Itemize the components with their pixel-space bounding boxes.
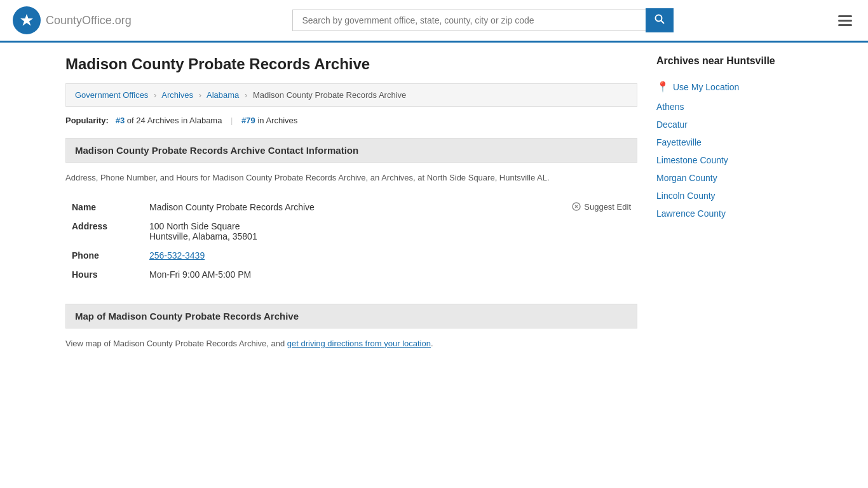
logo-text: CountyOffice.org: [46, 14, 132, 27]
address-line2: Huntsville, Alabama, 35801: [149, 231, 631, 241]
sidebar-link-lincoln-county[interactable]: Lincoln County: [656, 191, 803, 201]
logo-icon: [13, 6, 41, 34]
phone-label: Phone: [67, 247, 143, 264]
sidebar-link-fayetteville[interactable]: Fayetteville: [656, 137, 803, 147]
rank-archives-number: #3: [116, 116, 125, 125]
rank-all-number: #79: [241, 116, 255, 125]
pop-sep: |: [231, 116, 233, 125]
map-description: View map of Madison County Probate Recor…: [65, 337, 637, 350]
sidebar-link-morgan-county[interactable]: Morgan County: [656, 173, 803, 183]
contact-info-table: Name Madison County Probate Records Arch…: [65, 197, 637, 285]
table-row-address: Address 100 North Side Square Huntsville…: [67, 217, 636, 245]
breadcrumb-gov-offices[interactable]: Government Offices: [75, 90, 148, 100]
sidebar-location: 📍 Use My Location: [656, 81, 803, 93]
hours-value: Mon-Fri 9:00 AM-5:00 PM: [144, 266, 636, 283]
map-section-header: Map of Madison County Probate Records Ar…: [65, 304, 637, 329]
rank-all-suffix: in Archives: [257, 116, 297, 125]
popularity-label: Popularity:: [65, 116, 109, 125]
sidebar-links: Athens Decatur Fayetteville Limestone Co…: [656, 102, 803, 219]
name-label: Name: [67, 198, 143, 216]
table-row-name: Name Madison County Probate Records Arch…: [67, 198, 636, 216]
popularity-row: Popularity: #3 of 24 Archives in Alabama…: [65, 116, 637, 125]
logo-county: CountyOffice: [46, 14, 112, 27]
logo-org: .org: [112, 14, 132, 27]
page-title: Madison County Probate Records Archive: [65, 55, 637, 73]
address-line1: 100 North Side Square: [149, 221, 631, 231]
map-directions-link[interactable]: get driving directions from your locatio…: [287, 339, 431, 348]
header: CountyOffice.org: [0, 0, 868, 43]
sidebar-title: Archives near Huntsville: [656, 55, 803, 71]
logo-area: CountyOffice.org: [13, 6, 132, 34]
sidebar-link-decatur[interactable]: Decatur: [656, 119, 803, 130]
breadcrumb: Government Offices › Archives › Alabama …: [65, 83, 637, 107]
sidebar: Archives near Huntsville 📍 Use My Locati…: [656, 55, 803, 349]
contact-description: Address, Phone Number, and Hours for Mad…: [65, 172, 637, 184]
table-row-hours: Hours Mon-Fri 9:00 AM-5:00 PM: [67, 266, 636, 283]
name-value: Madison County Probate Records Archive S…: [144, 198, 636, 216]
hours-label: Hours: [67, 266, 143, 283]
svg-point-2: [656, 15, 662, 22]
search-input[interactable]: [292, 10, 646, 31]
phone-value: 256-532-3439: [144, 247, 636, 264]
contact-section-header: Madison County Probate Records Archive C…: [65, 138, 637, 163]
map-desc-before: View map of Madison County Probate Recor…: [65, 339, 287, 348]
breadcrumb-alabama[interactable]: Alabama: [207, 90, 239, 100]
main-container: Madison County Probate Records Archive G…: [53, 43, 815, 362]
address-label: Address: [67, 217, 143, 245]
breadcrumb-archives[interactable]: Archives: [161, 90, 193, 100]
phone-link[interactable]: 256-532-3439: [149, 250, 205, 261]
sidebar-link-lawrence-county[interactable]: Lawrence County: [656, 208, 803, 219]
breadcrumb-current: Madison County Probate Records Archive: [253, 90, 406, 100]
sidebar-link-limestone-county[interactable]: Limestone County: [656, 155, 803, 165]
hamburger-icon: [838, 15, 852, 26]
search-button[interactable]: [646, 8, 674, 32]
menu-button[interactable]: [835, 12, 855, 29]
search-area: [292, 8, 674, 32]
svg-line-3: [661, 21, 665, 24]
breadcrumb-sep-2: ›: [199, 90, 201, 100]
breadcrumb-sep-3: ›: [245, 90, 247, 100]
suggest-edit-button[interactable]: Suggest Edit: [572, 202, 631, 212]
name-value-text: Madison County Probate Records Archive: [149, 202, 315, 212]
location-pin-icon: 📍: [656, 81, 669, 93]
rank-archives-suffix: of 24 Archives in Alabama: [127, 116, 222, 125]
sidebar-link-athens[interactable]: Athens: [656, 102, 803, 112]
content-area: Madison County Probate Records Archive G…: [65, 55, 637, 349]
table-row-phone: Phone 256-532-3439: [67, 247, 636, 264]
map-desc-after: .: [431, 339, 433, 348]
breadcrumb-sep-1: ›: [154, 90, 156, 100]
header-right: [835, 12, 855, 29]
use-my-location-link[interactable]: Use My Location: [673, 82, 739, 92]
address-value: 100 North Side Square Huntsville, Alabam…: [144, 217, 636, 245]
suggest-edit-label: Suggest Edit: [584, 202, 631, 212]
